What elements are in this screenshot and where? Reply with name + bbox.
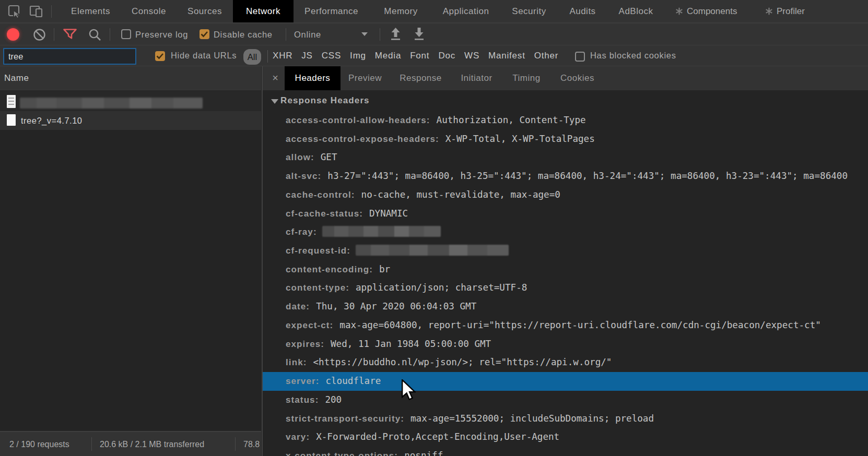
detail-tab-headers[interactable]: Headers [285,66,341,90]
tab-console[interactable]: Console [132,0,166,22]
export-har-icon[interactable] [413,27,425,41]
header-row-strict-transport-security[interactable]: strict-transport-security:max-age=155520… [263,410,868,428]
preserve-log-checkbox[interactable] [121,29,131,39]
header-row-expect-ct[interactable]: expect-ct:max-age=604800, report-uri="ht… [263,316,868,335]
header-name: strict-transport-security: [286,414,404,424]
header-name: cf-request-id: [286,246,350,256]
header-row-access-control-allow-headers[interactable]: access-control-allow-headers:Authorizati… [263,111,868,130]
close-icon[interactable]: × [269,66,281,90]
request-name: tree?_v=4.7.10 [21,111,83,130]
record-button[interactable] [7,28,19,41]
header-row-server[interactable]: server:cloudflare [263,372,868,391]
filter-type-media[interactable]: Media [375,51,401,61]
search-icon[interactable] [88,28,101,41]
filter-type-list: XHRJSCSSImgMediaFontDocWSManifestOther [273,45,558,66]
detail-tab-initiator[interactable]: Initiator [461,66,492,90]
requests-count: 2 / 190 requests [9,439,69,450]
header-value: Authorization, Content-Type [437,115,586,125]
tab-components[interactable]: Components [675,0,737,22]
asterisk-icon [765,7,773,15]
document-icon [7,95,16,108]
filter-input[interactable] [3,48,136,65]
header-row-status[interactable]: status:200 [263,391,868,410]
redacted-request-name [20,98,203,109]
tab-adblock[interactable]: AdBlock [619,0,653,22]
header-row-allow[interactable]: allow:GET [263,148,868,167]
filter-type-css[interactable]: CSS [322,51,341,61]
header-value: max-age=15552000; includeSubDomains; pre… [410,413,654,424]
detail-tab-timing[interactable]: Timing [512,66,540,90]
filter-type-img[interactable]: Img [350,51,366,61]
devtools-window: ElementsConsoleSourcesNetworkPerformance… [0,0,868,456]
detail-tab-cookies[interactable]: Cookies [560,66,594,90]
filter-type-ws[interactable]: WS [464,51,479,61]
filter-type-other[interactable]: Other [534,51,559,61]
header-value: h3-27=":443"; ma=86400, h3-25=":443"; ma… [327,171,848,181]
filter-type-manifest[interactable]: Manifest [488,51,525,61]
disable-cache-label: Disable cache [214,29,273,40]
header-row-date[interactable]: date:Thu, 30 Apr 2020 06:04:03 GMT [263,297,868,316]
request-row-tree[interactable]: tree?_v=4.7.10 [0,111,261,130]
header-row-vary[interactable]: vary:X-Forwarded-Proto,Accept-Encoding,U… [263,428,868,447]
tab-performance[interactable]: Performance [304,0,358,22]
request-row-redacted[interactable] [0,91,261,111]
header-row-content-type[interactable]: content-type:application/json; charset=U… [263,279,868,297]
throttling-select[interactable]: Online [294,29,321,40]
header-row-cf-cache-status[interactable]: cf-cache-status:DYNAMIC [263,205,868,223]
has-blocked-cookies-checkbox[interactable] [575,52,585,62]
filter-type-font[interactable]: Font [410,51,429,61]
header-value: 200 [325,394,342,405]
has-blocked-cookies-label: Has blocked cookies [590,50,676,61]
file-icon [7,114,16,126]
mouse-cursor [401,379,416,402]
filter-type-doc[interactable]: Doc [438,51,455,61]
header-value: no-cache, must-revalidate, max-age=0 [361,189,560,200]
header-value: <https://buddho.nl/wp-json/>; rel="https… [313,357,612,367]
header-row-cf-request-id[interactable]: cf-request-id: [263,242,868,260]
hide-data-urls-checkbox[interactable] [155,51,165,61]
redacted-header-value [322,226,441,237]
header-row-cf-ray[interactable]: cf-ray: [263,223,868,242]
tab-security[interactable]: Security [512,0,546,22]
header-value: X-WP-Total, X-WP-TotalPages [445,134,595,144]
header-name: server: [286,376,319,386]
section-collapse-icon[interactable] [271,99,278,104]
header-row-alt-svc[interactable]: alt-svc:h3-27=":443"; ma=86400, h3-25=":… [263,167,868,186]
inspect-element-icon[interactable] [8,5,21,18]
filter-type-js[interactable]: JS [301,51,312,61]
header-row-link[interactable]: link:<https://buddho.nl/wp-json/>; rel="… [263,353,868,372]
disable-cache-checkbox[interactable] [200,29,209,39]
device-toolbar-icon[interactable] [29,5,43,18]
tab-elements[interactable]: Elements [71,0,110,22]
import-har-icon[interactable] [390,27,402,41]
header-name: x-content-type-options: [286,451,398,456]
name-column-header[interactable]: Name [0,66,261,90]
header-name: content-encoding: [286,265,373,274]
header-name: expires: [286,339,324,349]
header-value: GET [321,152,337,162]
header-row-content-encoding[interactable]: content-encoding:br [263,260,868,279]
redacted-header-value [356,245,509,256]
tab-memory[interactable]: Memory [384,0,417,22]
header-value: cloudflare [325,376,381,386]
header-row-access-control-expose-headers[interactable]: access-control-expose-headers:X-WP-Total… [263,130,868,149]
section-title: Response Headers [280,93,370,108]
tab-application[interactable]: Application [443,0,489,22]
header-row-expires[interactable]: expires:Wed, 11 Jan 1984 05:00:00 GMT [263,335,868,354]
tab-network[interactable]: Network [233,0,294,22]
tab-sources[interactable]: Sources [187,0,222,22]
throttling-caret-icon [361,32,368,36]
header-row-x-content-type-options[interactable]: x-content-type-options:nosniff [263,447,868,456]
detail-tab-preview[interactable]: Preview [348,66,382,90]
filter-icon[interactable] [63,29,77,40]
preserve-log-label: Preserve log [135,29,188,40]
header-value: Wed, 11 Jan 1984 05:00:00 GMT [331,339,491,349]
header-value: application/json; charset=UTF-8 [356,282,527,293]
header-row-cache-control[interactable]: cache-control:no-cache, must-revalidate,… [263,186,868,205]
tab-audits[interactable]: Audits [569,0,595,22]
clear-button[interactable] [33,28,46,41]
filter-type-all[interactable]: All [243,49,261,65]
filter-type-xhr[interactable]: XHR [273,51,292,61]
detail-tab-response[interactable]: Response [400,66,442,90]
tab-profiler[interactable]: Profiler [765,0,805,22]
